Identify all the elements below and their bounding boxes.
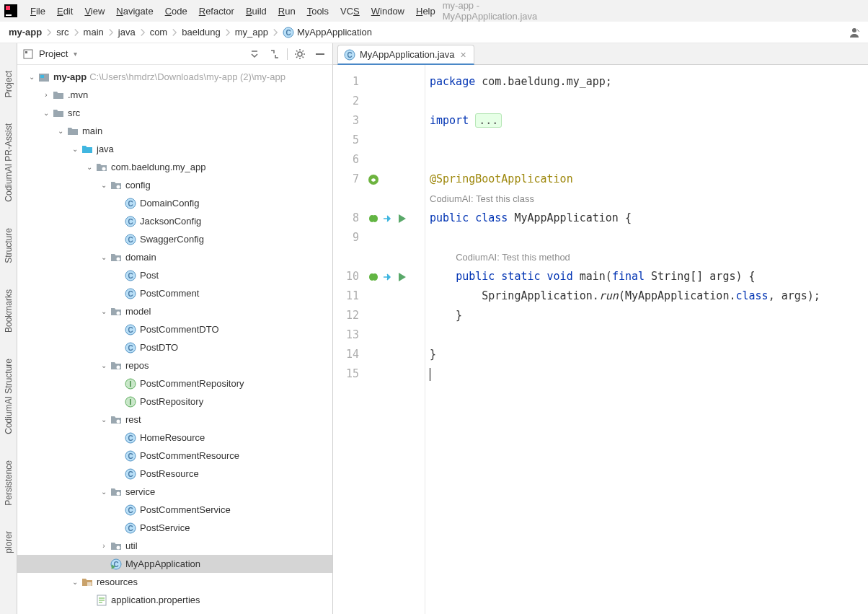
tree-caret[interactable]: › (40, 91, 52, 99)
breadcrumb-item[interactable]: main (81, 25, 107, 39)
code-editor[interactable]: 12356789101112131415 package com.baeldun… (333, 65, 868, 614)
tree-node[interactable]: HomeResource (17, 429, 332, 447)
tool-window-button[interactable]: CodiumAI PR-Assist (2, 110, 15, 215)
breadcrumb-item[interactable]: java (115, 25, 138, 39)
breadcrumb-item[interactable]: my-app (6, 25, 45, 39)
menu-item[interactable]: File (26, 3, 50, 19)
account-icon[interactable] (846, 25, 862, 40)
tool-window-button[interactable]: Structure (2, 215, 15, 276)
tree-node[interactable]: MyAppApplication (17, 555, 332, 573)
tool-window-button[interactable]: CodiumAI Structure (2, 346, 15, 447)
tree-node[interactable]: ⌄src (17, 104, 332, 122)
tool-window-button[interactable]: Persistence (2, 447, 15, 519)
run-icon[interactable] (397, 213, 408, 224)
tree-node[interactable]: ⌄rest (17, 411, 332, 429)
tree-caret[interactable]: ⌄ (98, 361, 110, 369)
tool-window-button[interactable]: plorer (2, 518, 15, 566)
menu-item[interactable]: Tools (303, 3, 333, 19)
menu-item[interactable]: Code (161, 3, 192, 19)
tree-node[interactable]: PostComment (17, 284, 332, 302)
gutter-icons[interactable] (368, 65, 418, 614)
tree-node[interactable]: DomainConfig (17, 194, 332, 212)
chevron-right-icon (74, 27, 79, 38)
tree-node[interactable]: ⌄resources (17, 573, 332, 591)
tree-node[interactable]: PostCommentResource (17, 447, 332, 465)
bean-icon[interactable] (368, 213, 379, 224)
tree-node[interactable]: PostCommentDTO (17, 320, 332, 338)
navigation-bar: my-appsrcmainjavacombaeldungmy_appMyAppA… (0, 22, 868, 43)
menu-item[interactable]: Edit (53, 3, 77, 19)
menu-item[interactable]: VCS (336, 3, 364, 19)
tree-node[interactable]: PostService (17, 519, 332, 537)
menu-item[interactable]: Navigate (112, 3, 157, 19)
tree-node[interactable]: ⌄domain (17, 248, 332, 266)
tree-node[interactable]: ⌄config (17, 176, 332, 194)
tree-node[interactable]: ⌄repos (17, 356, 332, 374)
tree-node[interactable]: ⌄my-appC:\Users\hmdrz\Downloads\my-app (… (17, 68, 332, 86)
breadcrumbs[interactable]: my-appsrcmainjavacombaeldungmy_appMyAppA… (6, 25, 375, 40)
tree-node[interactable]: ›.mvn (17, 86, 332, 104)
hide-button[interactable] (312, 46, 328, 62)
props-icon (95, 594, 108, 607)
bean-icon[interactable] (368, 271, 379, 283)
tool-window-button[interactable]: Bookmarks (2, 276, 15, 346)
breadcrumb-item[interactable]: baeldung (179, 25, 223, 39)
tree-caret[interactable]: ⌄ (40, 109, 52, 117)
tree-node[interactable]: PostDTO (17, 338, 332, 356)
tree-node[interactable]: application.properties (17, 591, 332, 609)
breadcrumb-item[interactable]: MyAppApplication (280, 25, 375, 40)
tree-node[interactable]: ⌄java (17, 140, 332, 158)
tree-caret[interactable]: › (98, 542, 110, 550)
folder-gray-icon (52, 89, 65, 102)
tree-caret[interactable]: ⌄ (55, 127, 66, 135)
editor-tab[interactable]: MyAppApplication.java × (337, 45, 474, 65)
tree-node[interactable]: PostCommentRepository (17, 374, 332, 392)
interface-icon (124, 377, 137, 390)
menu-item[interactable]: Run (274, 3, 300, 19)
tree-node[interactable]: PostRepository (17, 392, 332, 411)
menu-item[interactable]: View (80, 3, 109, 19)
tree-caret[interactable]: ⌄ (98, 307, 110, 315)
settings-button[interactable] (292, 46, 308, 62)
tree-node[interactable]: PostCommentService (17, 501, 332, 519)
tree-node[interactable]: PostResource (17, 465, 332, 483)
tool-window-button[interactable]: Project (2, 58, 15, 110)
menu-item[interactable]: Refactor (195, 3, 239, 19)
tree-node[interactable]: ›util (17, 537, 332, 555)
nav-icon[interactable] (382, 271, 394, 283)
menu-item[interactable]: Window (367, 3, 409, 19)
nav-icon[interactable] (382, 213, 394, 224)
run-icon[interactable] (397, 271, 408, 283)
tree-node[interactable]: JacksonConfig (17, 212, 332, 230)
tree-node[interactable]: SwaggerConfig (17, 230, 332, 248)
tree-node[interactable]: ⌄service (17, 483, 332, 501)
tree-node[interactable]: ⌄model (17, 302, 332, 320)
breadcrumb-item[interactable]: my_app (232, 25, 271, 39)
tree-caret[interactable]: ⌄ (84, 163, 95, 171)
breadcrumb-item[interactable]: com (147, 25, 171, 39)
line-number-gutter[interactable]: 12356789101112131415 (333, 65, 368, 614)
tree-caret[interactable]: ⌄ (98, 416, 110, 424)
tree-node[interactable]: ⌄main (17, 122, 332, 140)
tree-caret[interactable]: ⌄ (98, 488, 110, 496)
chevron-down-icon[interactable]: ▾ (74, 50, 77, 58)
close-icon[interactable]: × (459, 49, 468, 61)
breadcrumb-item[interactable]: src (53, 25, 71, 39)
tree-caret[interactable]: ⌄ (98, 181, 110, 189)
tree-caret[interactable]: ⌄ (26, 73, 37, 81)
menu-item[interactable]: Help (412, 3, 440, 19)
tree-node[interactable]: Post (17, 266, 332, 284)
expand-all-button[interactable] (267, 46, 283, 62)
tree-node[interactable]: ⌄com.baeldung.my_app (17, 158, 332, 176)
chevron-right-icon (108, 27, 114, 38)
menu-item[interactable]: Build (242, 3, 271, 19)
code-content[interactable]: package com.baeldung.my_app; import ... … (425, 65, 868, 614)
folder-blue-icon (81, 143, 94, 156)
project-tree[interactable]: ⌄my-appC:\Users\hmdrz\Downloads\my-app (… (17, 65, 332, 614)
tree-caret[interactable]: ⌄ (69, 578, 81, 586)
tree-caret[interactable]: ⌄ (98, 253, 110, 261)
project-header-title[interactable]: Project (39, 48, 68, 59)
spring-icon[interactable] (368, 174, 379, 185)
select-opened-file-button[interactable] (247, 46, 262, 62)
tree-caret[interactable]: ⌄ (69, 145, 81, 153)
